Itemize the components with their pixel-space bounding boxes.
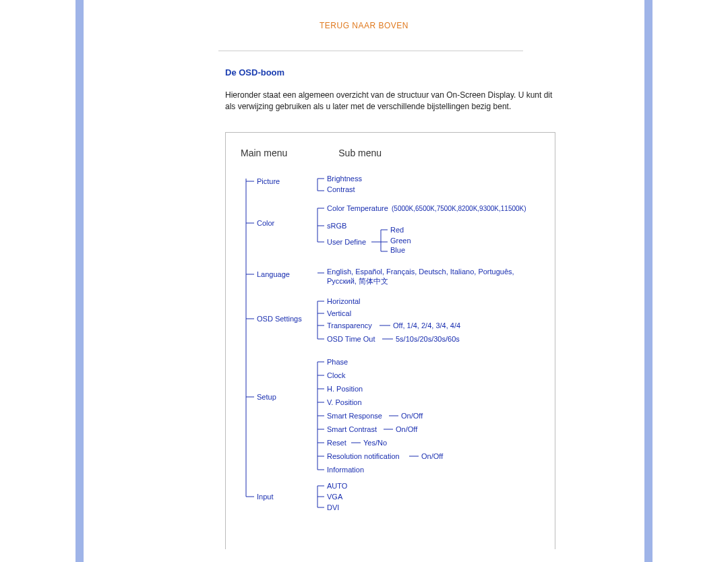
- sub-h-position: H. Position: [327, 385, 363, 393]
- sub-vga: VGA: [327, 493, 343, 501]
- main-osd-settings: OSD Settings: [257, 315, 302, 323]
- sub-horizontal: Horizontal: [327, 297, 361, 305]
- sub-user-define: User Define: [327, 238, 366, 246]
- sub-reset-vals: Yes/No: [363, 439, 387, 447]
- sub-smart-response-vals: On/Off: [401, 412, 423, 420]
- sub-information: Information: [327, 466, 364, 474]
- sub-ud-green: Green: [390, 237, 411, 245]
- sub-auto: AUTO: [327, 482, 348, 490]
- sub-ud-red: Red: [390, 226, 404, 234]
- sub-smart-contrast-vals: On/Off: [396, 425, 418, 433]
- sub-transparency-vals: Off, 1/4, 2/4, 3/4, 4/4: [393, 321, 460, 330]
- main-picture: Picture: [257, 177, 280, 185]
- column-header-sub: Sub menu: [338, 148, 382, 158]
- sub-dvi: DVI: [327, 503, 339, 511]
- sub-color-temp-vals: (5000K,6500K,7500K,8200K,9300K,11500K): [392, 205, 526, 212]
- back-to-top-link[interactable]: TERUG NAAR BOVEN: [320, 21, 408, 30]
- sub-osd-timeout-vals: 5s/10s/20s/30s/60s: [396, 335, 460, 343]
- sub-v-position: V. Position: [327, 398, 362, 406]
- sub-brightness: Brightness: [327, 175, 362, 183]
- main-language: Language: [257, 270, 290, 278]
- intro-text: Hieronder staat een algemeen overzicht v…: [225, 90, 555, 113]
- column-header-main: Main menu: [241, 148, 287, 158]
- sub-ud-blue: Blue: [390, 246, 405, 254]
- osd-tree-svg: Picture Brightness Contrast Color: [239, 172, 549, 522]
- sub-smart-response: Smart Response: [327, 412, 382, 420]
- sub-phase: Phase: [327, 358, 348, 366]
- sub-reset: Reset: [327, 439, 346, 447]
- sub-lang-line2: Русский, 简体中文: [327, 277, 388, 285]
- sub-srgb: sRGB: [327, 222, 346, 230]
- sub-lang-line1: English, Español, Français, Deutsch, Ita…: [327, 268, 514, 276]
- sub-res-notif-vals: On/Off: [421, 452, 444, 460]
- sub-clock: Clock: [327, 371, 346, 379]
- sub-transparency: Transparency: [327, 321, 372, 330]
- sub-vertical: Vertical: [327, 309, 351, 317]
- sub-osd-timeout: OSD Time Out: [327, 335, 375, 343]
- main-color: Color: [257, 219, 275, 227]
- main-setup: Setup: [257, 393, 276, 401]
- sub-color-temp: Color Temperature: [327, 204, 388, 212]
- osd-diagram: Main menu Sub menu Picture Brightness: [225, 132, 555, 549]
- section-title: De OSD-boom: [225, 67, 555, 77]
- main-input: Input: [257, 493, 273, 501]
- sub-smart-contrast: Smart Contrast: [327, 425, 377, 433]
- divider: [218, 51, 523, 51]
- sub-res-notif: Resolution notification: [327, 452, 400, 460]
- sub-contrast: Contrast: [327, 185, 355, 193]
